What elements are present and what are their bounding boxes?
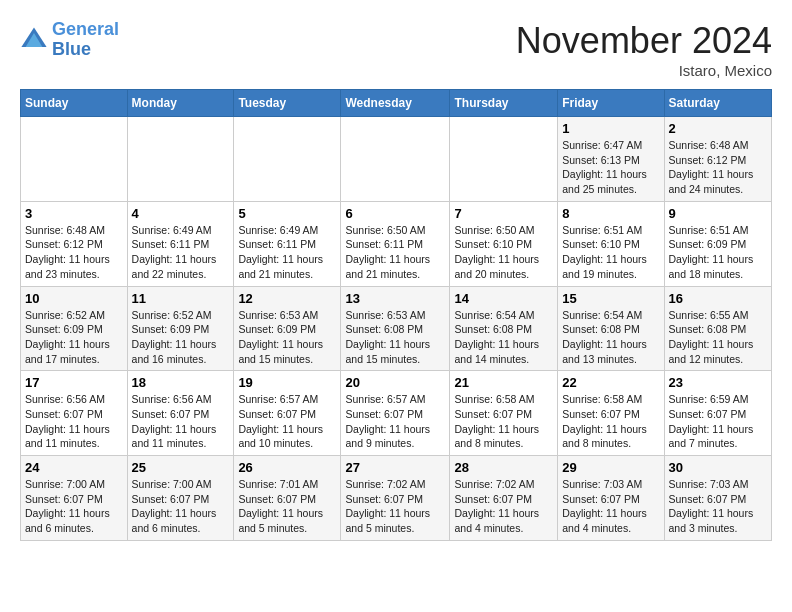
day-number: 6 xyxy=(345,206,445,221)
day-info: Sunrise: 6:48 AM Sunset: 6:12 PM Dayligh… xyxy=(669,138,767,197)
day-cell: 22Sunrise: 6:58 AM Sunset: 6:07 PM Dayli… xyxy=(558,371,664,456)
week-row-4: 24Sunrise: 7:00 AM Sunset: 6:07 PM Dayli… xyxy=(21,456,772,541)
day-cell: 30Sunrise: 7:03 AM Sunset: 6:07 PM Dayli… xyxy=(664,456,771,541)
day-cell: 13Sunrise: 6:53 AM Sunset: 6:08 PM Dayli… xyxy=(341,286,450,371)
day-number: 20 xyxy=(345,375,445,390)
day-info: Sunrise: 6:51 AM Sunset: 6:10 PM Dayligh… xyxy=(562,223,659,282)
day-cell: 24Sunrise: 7:00 AM Sunset: 6:07 PM Dayli… xyxy=(21,456,128,541)
day-info: Sunrise: 6:54 AM Sunset: 6:08 PM Dayligh… xyxy=(562,308,659,367)
header-cell-monday: Monday xyxy=(127,90,234,117)
day-cell: 4Sunrise: 6:49 AM Sunset: 6:11 PM Daylig… xyxy=(127,201,234,286)
day-number: 2 xyxy=(669,121,767,136)
day-cell: 25Sunrise: 7:00 AM Sunset: 6:07 PM Dayli… xyxy=(127,456,234,541)
day-info: Sunrise: 7:03 AM Sunset: 6:07 PM Dayligh… xyxy=(669,477,767,536)
day-number: 16 xyxy=(669,291,767,306)
day-number: 3 xyxy=(25,206,123,221)
day-number: 19 xyxy=(238,375,336,390)
day-cell: 2Sunrise: 6:48 AM Sunset: 6:12 PM Daylig… xyxy=(664,117,771,202)
logo-line1: General xyxy=(52,19,119,39)
title-section: November 2024 Istaro, Mexico xyxy=(516,20,772,79)
day-info: Sunrise: 7:02 AM Sunset: 6:07 PM Dayligh… xyxy=(345,477,445,536)
day-cell: 17Sunrise: 6:56 AM Sunset: 6:07 PM Dayli… xyxy=(21,371,128,456)
day-cell: 9Sunrise: 6:51 AM Sunset: 6:09 PM Daylig… xyxy=(664,201,771,286)
day-info: Sunrise: 7:00 AM Sunset: 6:07 PM Dayligh… xyxy=(25,477,123,536)
day-info: Sunrise: 6:59 AM Sunset: 6:07 PM Dayligh… xyxy=(669,392,767,451)
day-number: 8 xyxy=(562,206,659,221)
day-cell: 19Sunrise: 6:57 AM Sunset: 6:07 PM Dayli… xyxy=(234,371,341,456)
day-info: Sunrise: 6:56 AM Sunset: 6:07 PM Dayligh… xyxy=(132,392,230,451)
week-row-0: 1Sunrise: 6:47 AM Sunset: 6:13 PM Daylig… xyxy=(21,117,772,202)
day-number: 4 xyxy=(132,206,230,221)
header-row: SundayMondayTuesdayWednesdayThursdayFrid… xyxy=(21,90,772,117)
day-cell xyxy=(21,117,128,202)
day-cell xyxy=(127,117,234,202)
day-info: Sunrise: 6:56 AM Sunset: 6:07 PM Dayligh… xyxy=(25,392,123,451)
logo-icon xyxy=(20,26,48,54)
day-info: Sunrise: 6:48 AM Sunset: 6:12 PM Dayligh… xyxy=(25,223,123,282)
day-cell: 18Sunrise: 6:56 AM Sunset: 6:07 PM Dayli… xyxy=(127,371,234,456)
day-info: Sunrise: 7:02 AM Sunset: 6:07 PM Dayligh… xyxy=(454,477,553,536)
day-cell: 23Sunrise: 6:59 AM Sunset: 6:07 PM Dayli… xyxy=(664,371,771,456)
day-number: 9 xyxy=(669,206,767,221)
day-number: 24 xyxy=(25,460,123,475)
day-info: Sunrise: 6:58 AM Sunset: 6:07 PM Dayligh… xyxy=(454,392,553,451)
day-info: Sunrise: 6:50 AM Sunset: 6:10 PM Dayligh… xyxy=(454,223,553,282)
day-info: Sunrise: 6:58 AM Sunset: 6:07 PM Dayligh… xyxy=(562,392,659,451)
day-cell: 27Sunrise: 7:02 AM Sunset: 6:07 PM Dayli… xyxy=(341,456,450,541)
day-info: Sunrise: 6:53 AM Sunset: 6:08 PM Dayligh… xyxy=(345,308,445,367)
day-cell: 21Sunrise: 6:58 AM Sunset: 6:07 PM Dayli… xyxy=(450,371,558,456)
day-info: Sunrise: 6:57 AM Sunset: 6:07 PM Dayligh… xyxy=(345,392,445,451)
day-info: Sunrise: 7:03 AM Sunset: 6:07 PM Dayligh… xyxy=(562,477,659,536)
header-cell-wednesday: Wednesday xyxy=(341,90,450,117)
day-number: 1 xyxy=(562,121,659,136)
day-number: 26 xyxy=(238,460,336,475)
day-number: 13 xyxy=(345,291,445,306)
day-number: 18 xyxy=(132,375,230,390)
logo-line2: Blue xyxy=(52,39,91,59)
day-number: 27 xyxy=(345,460,445,475)
week-row-3: 17Sunrise: 6:56 AM Sunset: 6:07 PM Dayli… xyxy=(21,371,772,456)
day-cell: 3Sunrise: 6:48 AM Sunset: 6:12 PM Daylig… xyxy=(21,201,128,286)
day-cell: 5Sunrise: 6:49 AM Sunset: 6:11 PM Daylig… xyxy=(234,201,341,286)
day-info: Sunrise: 6:52 AM Sunset: 6:09 PM Dayligh… xyxy=(132,308,230,367)
day-number: 5 xyxy=(238,206,336,221)
header-cell-friday: Friday xyxy=(558,90,664,117)
day-number: 22 xyxy=(562,375,659,390)
day-cell: 8Sunrise: 6:51 AM Sunset: 6:10 PM Daylig… xyxy=(558,201,664,286)
day-number: 15 xyxy=(562,291,659,306)
day-number: 12 xyxy=(238,291,336,306)
location: Istaro, Mexico xyxy=(516,62,772,79)
day-cell xyxy=(234,117,341,202)
month-title: November 2024 xyxy=(516,20,772,62)
day-info: Sunrise: 7:00 AM Sunset: 6:07 PM Dayligh… xyxy=(132,477,230,536)
day-info: Sunrise: 6:49 AM Sunset: 6:11 PM Dayligh… xyxy=(238,223,336,282)
day-info: Sunrise: 6:49 AM Sunset: 6:11 PM Dayligh… xyxy=(132,223,230,282)
day-number: 30 xyxy=(669,460,767,475)
day-info: Sunrise: 7:01 AM Sunset: 6:07 PM Dayligh… xyxy=(238,477,336,536)
day-info: Sunrise: 6:51 AM Sunset: 6:09 PM Dayligh… xyxy=(669,223,767,282)
day-info: Sunrise: 6:54 AM Sunset: 6:08 PM Dayligh… xyxy=(454,308,553,367)
day-cell: 7Sunrise: 6:50 AM Sunset: 6:10 PM Daylig… xyxy=(450,201,558,286)
day-cell: 16Sunrise: 6:55 AM Sunset: 6:08 PM Dayli… xyxy=(664,286,771,371)
week-row-2: 10Sunrise: 6:52 AM Sunset: 6:09 PM Dayli… xyxy=(21,286,772,371)
day-cell: 28Sunrise: 7:02 AM Sunset: 6:07 PM Dayli… xyxy=(450,456,558,541)
calendar-body: 1Sunrise: 6:47 AM Sunset: 6:13 PM Daylig… xyxy=(21,117,772,541)
day-info: Sunrise: 6:50 AM Sunset: 6:11 PM Dayligh… xyxy=(345,223,445,282)
day-info: Sunrise: 6:55 AM Sunset: 6:08 PM Dayligh… xyxy=(669,308,767,367)
day-number: 11 xyxy=(132,291,230,306)
header-cell-sunday: Sunday xyxy=(21,90,128,117)
header-cell-saturday: Saturday xyxy=(664,90,771,117)
day-info: Sunrise: 6:53 AM Sunset: 6:09 PM Dayligh… xyxy=(238,308,336,367)
calendar-header: SundayMondayTuesdayWednesdayThursdayFrid… xyxy=(21,90,772,117)
calendar-table: SundayMondayTuesdayWednesdayThursdayFrid… xyxy=(20,89,772,541)
day-info: Sunrise: 6:57 AM Sunset: 6:07 PM Dayligh… xyxy=(238,392,336,451)
day-number: 21 xyxy=(454,375,553,390)
day-number: 7 xyxy=(454,206,553,221)
page-header: General Blue November 2024 Istaro, Mexic… xyxy=(20,20,772,79)
day-number: 17 xyxy=(25,375,123,390)
day-number: 25 xyxy=(132,460,230,475)
day-number: 14 xyxy=(454,291,553,306)
week-row-1: 3Sunrise: 6:48 AM Sunset: 6:12 PM Daylig… xyxy=(21,201,772,286)
day-cell: 12Sunrise: 6:53 AM Sunset: 6:09 PM Dayli… xyxy=(234,286,341,371)
day-cell: 10Sunrise: 6:52 AM Sunset: 6:09 PM Dayli… xyxy=(21,286,128,371)
